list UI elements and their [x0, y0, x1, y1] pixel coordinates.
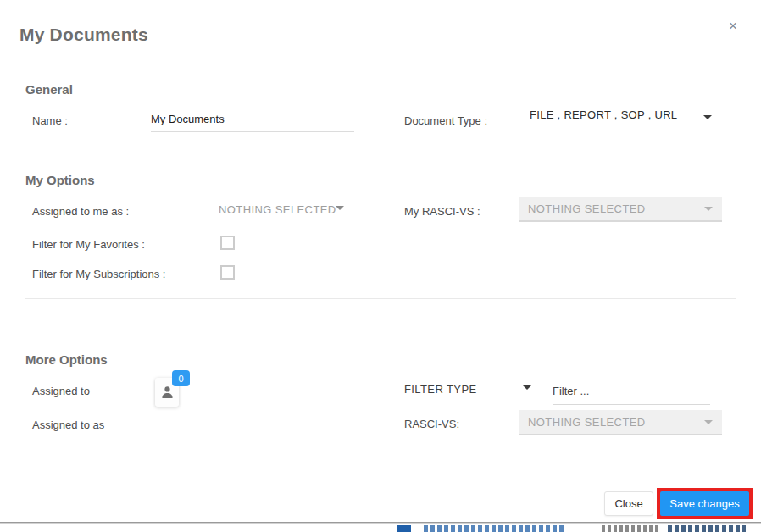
- assigned-to-label: Assigned to: [32, 385, 90, 397]
- rasci-select: NOTHING SELECTED: [519, 410, 722, 435]
- rasci-label: RASCI-VS:: [404, 418, 459, 430]
- chevron-down-icon: [336, 206, 344, 210]
- document-type-select[interactable]: FILE , REPORT , SOP , URL: [530, 107, 714, 129]
- filter-type-select[interactable]: FILTER TYPE: [404, 381, 477, 396]
- rasci-value: NOTHING SELECTED: [528, 416, 646, 429]
- filter-type-value: FILTER TYPE: [404, 383, 477, 396]
- assigned-count-badge: 0: [172, 370, 190, 386]
- my-rasci-select: NOTHING SELECTED: [519, 197, 722, 222]
- clipped-text-fragment: [668, 525, 746, 532]
- section-heading-more-options: More Options: [25, 352, 108, 367]
- section-divider: [25, 298, 736, 299]
- document-type-value: FILE , REPORT , SOP , URL: [530, 108, 677, 121]
- subscriptions-checkbox[interactable]: [220, 265, 235, 280]
- filter-input[interactable]: [553, 378, 710, 405]
- my-rasci-label: My RASCI-VS :: [404, 205, 480, 218]
- assigned-to-me-label: Assigned to me as :: [32, 205, 129, 218]
- clipped-link-fragment: [424, 525, 564, 532]
- section-heading-general: General: [25, 82, 73, 97]
- assigned-to-as-label: Assigned to as: [32, 418, 104, 431]
- favorites-checkbox[interactable]: [220, 236, 235, 250]
- chevron-down-icon: [703, 115, 712, 119]
- section-heading-my-options: My Options: [25, 173, 95, 187]
- clipped-text-fragment: [602, 525, 658, 532]
- chevron-down-icon: [704, 207, 713, 211]
- save-button-highlight: Save changes: [657, 488, 753, 519]
- person-icon: [161, 385, 174, 399]
- document-type-label: Document Type :: [404, 114, 487, 127]
- name-input[interactable]: [151, 107, 354, 132]
- save-changes-button[interactable]: Save changes: [660, 491, 749, 516]
- chevron-down-icon: [523, 385, 531, 390]
- close-icon[interactable]: ×: [724, 16, 742, 36]
- my-rasci-value: NOTHING SELECTED: [528, 202, 646, 215]
- close-button[interactable]: Close: [604, 491, 653, 516]
- clipped-file-icon: [397, 525, 411, 532]
- modal-bottom-edge: [0, 522, 761, 524]
- page-title: My Documents: [19, 25, 148, 45]
- chevron-down-icon: [704, 420, 713, 424]
- name-label: Name :: [32, 114, 68, 127]
- assigned-to-me-value: NOTHING SELECTED: [219, 203, 336, 216]
- favorites-label: Filter for My Favorites :: [32, 238, 145, 251]
- subscriptions-label: Filter for My Subscriptions :: [32, 268, 166, 280]
- assigned-to-me-select[interactable]: NOTHING SELECTED: [219, 202, 336, 217]
